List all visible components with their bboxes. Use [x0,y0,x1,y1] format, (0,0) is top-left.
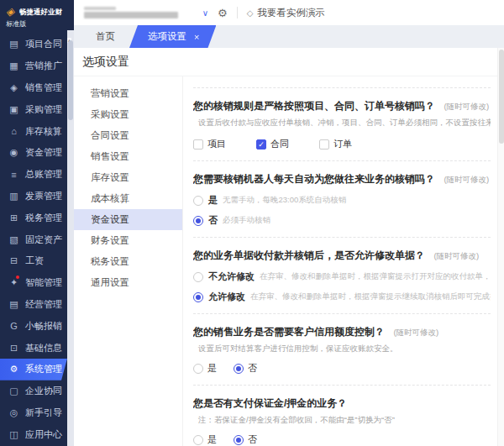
radio-option-disallow[interactable]: 不允许修改 在弃审、修改和删除单据时，根据弹窗提示打开对应的收付款单，取消核销后… [193,270,491,283]
sidebar-item-ledger[interactable]: ≡总账管理 [0,164,67,186]
company-name-redacted [84,7,197,18]
book-icon: ≡ [8,170,19,180]
gear-icon: ⚙ [8,364,19,375]
question-hint: (随时可修改) [444,175,489,184]
document-icon: ▤ [8,39,19,50]
radio-checked-icon[interactable] [234,364,244,374]
category-contract-settings[interactable]: 合同设置 [74,125,182,146]
radio-option-no[interactable]: 否 必须手动核销 [193,214,491,227]
brand-icon: ◈ [6,5,14,18]
question-title: 您是否有支付保证金/押金的业务？ [193,397,347,409]
checkbox-option-project[interactable]: 项目 [193,138,226,150]
demo-link[interactable]: ◇ 我要看实例演示 [247,7,325,19]
checkbox-icon[interactable] [319,139,329,150]
radio-checked-icon[interactable] [193,292,203,302]
category-funds-settings[interactable]: 资金设置 [74,209,182,230]
radio-option-no[interactable]: 否 [234,362,257,375]
category-purchase-settings[interactable]: 采购设置 [74,104,182,125]
content-area: 选项设置 营销设置 采购设置 合同设置 销售设置 库存设置 成本核算 资金设置 … [74,48,504,446]
sidebar-item-fixed-assets[interactable]: ▧固定资产 [0,228,67,250]
sidebar-item-expense[interactable]: G小畅报销 [0,315,67,337]
sidebar-item-label: 营销推广 [25,60,62,72]
topbar-divider [237,7,238,18]
sidebar-item-app-center[interactable]: ◫应用中心 [0,423,67,445]
settings-gear-icon[interactable]: ⚙ [218,7,228,19]
checkbox-checked-icon[interactable] [256,139,266,150]
question-title: 您需要核销机器人每天自动为您做往来业务的核销吗？ [193,173,435,185]
grid-icon: ⊡ [8,343,19,354]
calculator-icon: ⊞ [8,213,19,223]
category-cost-accounting[interactable]: 成本核算 [74,188,182,209]
checkbox-option-contract[interactable]: 合同 [256,138,289,150]
sidebar-item-operations[interactable]: ▤经营管理 [0,294,67,316]
option-description: 在弃审、修改和删除单据时，根据弹窗提示打开对应的收付款单，取消核销后，才可以操作 [260,271,491,282]
close-icon[interactable]: × [194,32,199,42]
question-hint: (随时可修改) [393,328,438,337]
sidebar-item-invoice[interactable]: ▥发票管理 [0,186,67,207]
sidebar-item-purchase[interactable]: ▣采购管理 [0,98,67,120]
sidebar-item-enterprise-collab[interactable]: ▢企业协同 [0,380,67,402]
radio-icon[interactable] [193,364,203,374]
radio-option-yes[interactable]: 是 无需手动，每晚23:00系统自动核销 [193,194,491,207]
topbar: ∨ ⚙ ◇ 我要看实例演示 [74,0,504,25]
tab-options-settings[interactable]: 选项设置 × [129,25,216,48]
sidebar-scrollbar[interactable]: ▲ [67,30,74,446]
radio-option-yes[interactable]: 是 [193,362,217,375]
sidebar-item-sales[interactable]: ◈销售管理 [0,77,67,99]
question-subtitle: 设置后收付款与应收应付单核销、冲销，项目、合同、订单必须相同，不设置按往来单位一… [193,118,491,129]
sidebar-item-inventory[interactable]: ⌂库存核算 [0,120,67,142]
category-tax-settings[interactable]: 税务设置 [74,251,182,272]
question-title: 您的核销规则是严格按照项目、合同、订单号核销吗？ [193,100,435,112]
chevron-down-icon[interactable]: ∨ [202,8,208,18]
sidebar-item-base-info[interactable]: ⊡基础信息 [0,337,67,359]
sidebar-item-label: 新手引导 [25,407,62,419]
radio-icon[interactable] [193,272,203,282]
tab-label: 选项设置 [148,30,186,43]
checkbox-icon[interactable] [193,139,203,150]
radio-checked-icon[interactable] [234,435,244,445]
sidebar-item-tax[interactable]: ⊞税务管理 [0,207,67,228]
category-finance-settings[interactable]: 财务设置 [74,230,182,251]
content-scrollbar-thumb[interactable] [499,50,504,144]
option-label: 是 [207,362,217,375]
category-inventory-settings[interactable]: 库存设置 [74,167,182,188]
company-selector[interactable]: ∨ [84,0,208,25]
option-description: 无需手动，每晚23:00系统自动核销 [223,195,346,206]
question-title: 您的销售业务是否需要客户信用额度控制？ [193,326,385,338]
redacted-text [84,12,178,18]
settings-questions: 您的核销规则是严格按照项目、合同、订单号核销吗？ (随时可修改) 设置后收付款与… [183,76,504,446]
radio-option-allow[interactable]: 允许修改 在弃审、修改和删除单据时，根据弹窗提示继续取消核销后即可完成操作 [193,291,491,303]
sidebar-item-label: 项目合同 [25,38,62,50]
question-allow-edit-after-writeoff: 您的业务单据收付款并核销后，是否允许修改单据？ (随时可修改) 不允许修改 在弃… [193,238,491,314]
checkbox-option-order[interactable]: 订单 [319,138,352,150]
sidebar-item-system-management[interactable]: ⚙系统管理 [0,359,67,380]
option-label: 不允许修改 [208,270,255,283]
radio-checked-icon[interactable] [193,216,203,226]
sidebar-item-beginner-guide[interactable]: ◎新手引导 [0,402,67,424]
category-sales-settings[interactable]: 销售设置 [74,146,182,167]
tab-home[interactable]: 首页 [84,25,127,48]
sidebar-item-payroll[interactable]: ⊟工资 [0,250,67,272]
briefcase-icon: ▣ [8,104,19,115]
radio-icon[interactable] [193,435,203,445]
sidebar-item-label: 税务管理 [25,212,62,224]
radio-option-yes[interactable]: 是 [193,433,217,446]
sidebar-item-funds[interactable]: ◉资金管理 [0,142,67,164]
radio-option-no[interactable]: 否 [234,433,257,446]
sidebar-item-label: 总账管理 [25,168,62,181]
content-scrollbar[interactable] [497,48,504,446]
category-marketing-settings[interactable]: 营销设置 [74,83,182,104]
sidebar-scrollbar-thumb[interactable] [68,40,73,120]
category-general-settings[interactable]: 通用设置 [74,272,182,293]
radio-icon[interactable] [193,196,203,206]
app-logo: ◈ 畅捷通好业财 标准版 [0,0,74,32]
main-area: ∨ ⚙ ◇ 我要看实例演示 首页 选项设置 × 选项设置 营销设置 采购设置 [74,0,504,446]
option-label: 是 [208,194,218,207]
sidebar-item-smart-management[interactable]: ✦智能管理 [0,272,67,294]
apps-icon: ◫ [8,429,19,440]
sidebar-item-project-contract[interactable]: ▤项目合同 [0,34,67,55]
question-pay-deposit-business: 您是否有支付保证金/押金的业务？ 注：若保证金/押金没有全部收回，不能由“是”切… [193,386,491,446]
sidebar-item-marketing[interactable]: ▦营销推广 [0,55,67,77]
sidebar-item-label: 固定资产 [25,233,62,246]
sidebar-item-label: 经营管理 [25,298,62,311]
